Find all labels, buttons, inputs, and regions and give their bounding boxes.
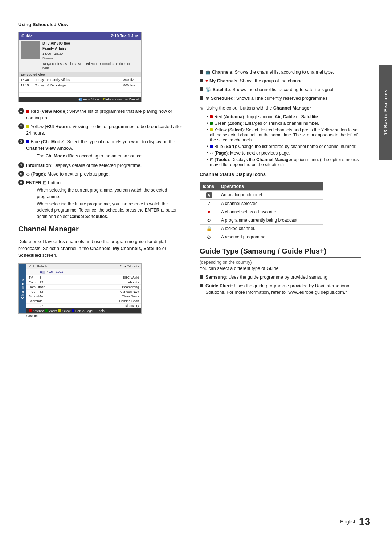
- list-item-4: 4 Information: Displays details of the s…: [18, 162, 185, 169]
- icon-favourite: ♥: [200, 208, 218, 216]
- guide-datetime: 2:10 Tue 1 Jun: [111, 34, 138, 38]
- colour-red: • Red (Antenna): Toggle among Air, Cable…: [207, 114, 361, 119]
- guide-btn-cancel[interactable]: ↩ Cancel: [125, 98, 139, 101]
- blue-icon: [26, 140, 29, 143]
- channel-type-list: 📺 Channels: Shows the channel list accor…: [200, 69, 361, 102]
- zoom-icon: [45, 309, 48, 312]
- red-btn-icon: [210, 115, 213, 118]
- list-item-3: 3 Blue (Ch. Mode): Select the type of ch…: [18, 139, 185, 160]
- bullet-sq-4: [200, 96, 203, 100]
- status-row-analogue: A An analogue channel.: [200, 190, 323, 200]
- guide-sched-row-4: [19, 93, 141, 97]
- ch-row-radio: Radio 23 bid-up.tv: [26, 280, 141, 285]
- desc-analogue: An analogue channel.: [218, 190, 323, 200]
- guide-sched-row-1: 18:30 Today ⊙ Family Affairs 800 five: [19, 77, 141, 83]
- broadcast-icon: ↻: [207, 218, 211, 223]
- col-icons: Icons: [200, 182, 218, 191]
- guide-prog-genre: Drama: [42, 56, 139, 61]
- guide-sched-row-3: [19, 88, 141, 93]
- colour-items-list: • Red (Antenna): Toggle among Air, Cable…: [207, 114, 361, 167]
- status-row-broadcast: ↻ A programme currently being broadcast.: [200, 216, 323, 225]
- guide-info-row: DTV Air 800 five Family Affairs 18:00 - …: [19, 40, 141, 72]
- colour-tools: • ⊡ (Tools): Displays the Channel Manage…: [207, 157, 361, 167]
- colour-yellow: • Yellow (Select): Select desired channe…: [207, 127, 361, 143]
- guide-btn-view[interactable]: ■ View Mode: [79, 98, 99, 101]
- item-5-text: ◇ (Page): Move to next or previous page.: [26, 171, 110, 177]
- ch-row-tv: TV 3 BBC World: [26, 275, 141, 280]
- ch-footer: Antenna Zoom Select Sort ◇ Page ⊡ Tools: [26, 308, 141, 313]
- item-2-text: Yellow (+24 Hours): Viewing the list of …: [26, 123, 185, 136]
- guide-footer: ■ View Mode 7 Information ↩ Cancel: [19, 97, 141, 102]
- colour-note-row: ✎ Using the colour buttons with the Chan…: [200, 106, 361, 111]
- right-column: 📺 Channels: Shows the channel list accor…: [200, 22, 361, 318]
- status-table: Icons Operations A An analogue channel. …: [200, 182, 323, 242]
- a-icon: A: [206, 192, 212, 198]
- satellite-icon: 📡: [205, 87, 211, 92]
- ch-main: ✓ 1 1futech 2 ♥ 24ore.tv All: [26, 264, 141, 313]
- num-5: 5: [18, 171, 24, 177]
- heart-icon: ♥: [208, 209, 211, 215]
- item-4-text: Information: Displays details of the sel…: [26, 162, 142, 169]
- icon-analogue: A: [200, 190, 218, 200]
- channels-icon: 📺: [205, 70, 211, 74]
- bullet-satellite-text: 📡 Satellite: Shows the channel list acco…: [205, 86, 335, 93]
- guide-sched-row-2: 19:15 Today ⊙ Dark Angel 800 five: [19, 83, 141, 88]
- desc-locked: A locked channel.: [218, 225, 323, 233]
- guide-screenshot: Guide 2:10 Tue 1 Jun DTV Air 800 five Fa…: [18, 32, 142, 102]
- desc-broadcast: A programme currently being broadcast.: [218, 216, 323, 225]
- bullet-scheduled-text: ⊛ Scheduled: Shows all the currently res…: [205, 95, 329, 102]
- guide-prog-name: Family Affairs: [42, 46, 139, 51]
- ch-header-2: 2: [120, 264, 122, 268]
- guide-type-guideplus-text: Guide Plus+: Uses the guide programme pr…: [205, 283, 361, 296]
- num-4: 4: [18, 162, 24, 168]
- colour-blue: • Blue (Sort): Change the list ordered b…: [207, 144, 361, 149]
- ch-row-scrambled: Scrambled 5 Class News: [26, 294, 141, 299]
- numbered-list: 1 Red (View Mode): View the list of prog…: [18, 108, 185, 221]
- clock-icon: ⊙: [207, 234, 211, 240]
- guide-btn-info[interactable]: 7 Information: [103, 98, 122, 101]
- guide-type-title: Guide Type (Samsung / Guide Plus+): [200, 247, 361, 258]
- bullet-mychannels: ♥ My Channels: Shows the group of the ch…: [200, 78, 361, 84]
- colour-note-text: Using the colour buttons with the Channe…: [206, 106, 311, 111]
- lock-icon: 🔒: [206, 226, 212, 231]
- desc-favourite: A channel set as a Favourite.: [218, 208, 323, 216]
- side-tab: 03 Basic Features: [379, 65, 392, 160]
- colour-green: • Green (Zoom): Enlarges or shrinks a ch…: [207, 121, 361, 126]
- ch-sidebar: Channels: [19, 264, 26, 313]
- bullet-satellite: 📡 Satellite: Shows the channel list acco…: [200, 86, 361, 93]
- item-6-sub-1: –When selecting the current programme, y…: [29, 187, 185, 200]
- guide-type-guideplus: Guide Plus+: Uses the guide programme pr…: [200, 283, 361, 296]
- cancel-icon: ↩: [125, 98, 128, 101]
- item-6-text: ENTER ⊡ button –When selecting the curre…: [26, 180, 185, 221]
- guide-info-text: DTV Air 800 five Family Affairs 18:00 - …: [42, 41, 139, 71]
- guide-prog-time: 18:00 - 18:30: [42, 51, 139, 56]
- channel-manager-desc: Delete or set favourites channels and us…: [18, 238, 185, 259]
- blue-btn-icon: [210, 145, 213, 148]
- view-mode-icon: ■: [79, 98, 82, 101]
- guide-type-desc: You can select a different type of Guide…: [200, 266, 361, 271]
- num-6: 6: [18, 180, 24, 185]
- list-item-6: 6 ENTER ⊡ button –When selecting the cur…: [18, 180, 185, 221]
- bullet-sq-3: [200, 87, 203, 91]
- icon-locked: 🔒: [200, 225, 218, 233]
- guide-thumbnail: [21, 41, 40, 59]
- guide-header: Guide 2:10 Tue 1 Jun: [19, 32, 141, 40]
- satellite-label: Satellite: [18, 314, 185, 318]
- select-icon: [58, 309, 61, 312]
- guide-type-samsung-text: Samsung: Uses the guide programme by pro…: [205, 274, 329, 280]
- num-3: 3: [18, 139, 24, 144]
- item-6-sub-2: –When selecting the future programme, yo…: [29, 201, 185, 220]
- status-row-favourite: ♥ A channel set as a Favourite.: [200, 208, 323, 216]
- icon-selected: ✓: [200, 200, 218, 208]
- ch-row-searched: Searched 4 Coming Soon: [26, 299, 141, 304]
- green-btn-icon: [210, 122, 213, 125]
- list-item-2: 2 Yellow (+24 Hours): Viewing the list o…: [18, 123, 185, 136]
- bullet-sq-2: [200, 79, 203, 82]
- bullet-sq-guideplus: [200, 284, 203, 287]
- channel-manager-section: Channel Manager Delete or set favourites…: [18, 225, 185, 317]
- item-3-sub: –The Ch. Mode differs according to the a…: [29, 153, 185, 159]
- left-column: Using Scheduled View Guide 2:10 Tue 1 Ju…: [18, 22, 185, 318]
- ch-all-label: All: [40, 270, 45, 274]
- desc-reserved: A reserved programme.: [218, 233, 323, 241]
- status-icons-heading: Channel Status Display Icons: [200, 172, 266, 178]
